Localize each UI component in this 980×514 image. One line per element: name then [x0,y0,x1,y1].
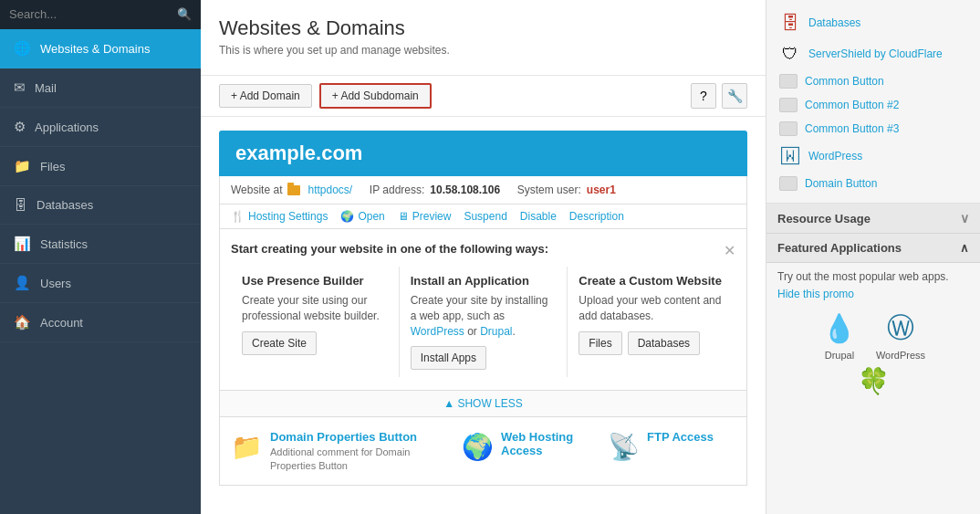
page-title: Websites & Domains [219,16,747,40]
show-less-bar[interactable]: ▲ SHOW LESS [219,391,747,417]
wordpress-right-link[interactable]: WordPress [808,150,862,163]
sidebar-item-label: Files [40,160,65,173]
sidebar-item-mail[interactable]: ✉ Mail [0,68,201,108]
files-icon: 📁 [14,158,31,174]
resource-usage-label: Resource Usage [777,212,871,226]
common-button2-item[interactable]: Common Button #2 [777,93,969,117]
sidebar-item-websites[interactable]: 🌐 Websites & Domains [0,29,201,68]
more-apps[interactable]: 🍀 [777,366,969,396]
install-apps-button[interactable]: Install Apps [411,346,486,370]
common-button3-link[interactable]: Common Button #3 [805,122,899,135]
domain-bottom: 📁 Domain Properties Button Additional co… [219,417,747,486]
wordpress-link[interactable]: WordPress [411,325,464,338]
presence-builder-desc: Create your site using our professional … [242,293,388,324]
common-button2-icon [779,98,798,112]
presence-builder-option: Use Presence Builder Create your site us… [231,267,400,377]
databases-button[interactable]: Databases [628,331,700,355]
create-site-button[interactable]: Create Site [242,331,317,355]
databases-icon: 🗄 [14,197,27,213]
sidebar-item-label: Account [40,316,83,330]
sidebar-item-account[interactable]: 🏠 Account [0,303,201,342]
servershield-icon: 🛡 [779,43,801,65]
drupal-app[interactable]: 💧 Drupal [821,309,858,361]
close-button[interactable]: ✕ [724,242,735,259]
install-app-option: Install an Application Create your site … [400,267,568,377]
mail-icon: ✉ [14,79,26,96]
sidebar: 🔍 🌐 Websites & Domains ✉ Mail ⚙ Applicat… [0,0,201,514]
domain-properties-link[interactable]: Domain Properties Button [270,430,417,444]
system-user-label: System user: [517,184,581,196]
drupal-label: Drupal [825,350,854,361]
wordpress-app-icon: Ⓦ [882,309,919,346]
ftp-text: FTP Access [647,430,714,444]
sidebar-item-label: Mail [35,81,57,95]
web-hosting-link[interactable]: Web Hosting Access [501,430,573,457]
web-hosting-text: Web Hosting Access [501,430,589,457]
databases-right-item[interactable]: 🗄 Databases [777,7,969,38]
domain-button-icon [779,176,798,191]
databases-right-link[interactable]: Databases [808,16,860,29]
wordpress-app[interactable]: Ⓦ WordPress [876,309,925,361]
domain-button-link[interactable]: Domain Button [805,177,877,190]
files-button[interactable]: Files [579,331,621,355]
help-icon[interactable]: ? [691,83,716,109]
domain-button-item[interactable]: Domain Button [777,172,969,195]
drupal-icon: 💧 [821,309,858,346]
featured-apps-header[interactable]: Featured Applications ∧ [766,234,980,263]
right-panel: 🗄 Databases 🛡 ServerShield by CloudFlare… [766,0,980,514]
preview-link[interactable]: 🖥 Preview [398,210,452,223]
domain-properties-text: Domain Properties Button Additional comm… [270,430,443,472]
add-subdomain-button[interactable]: + Add Subdomain [319,83,432,109]
users-icon: 👤 [14,275,31,291]
sidebar-item-databases[interactable]: 🗄 Databases [0,186,201,225]
search-box[interactable]: 🔍 [0,0,201,29]
featured-content: Try out the most popular web apps. Hide … [766,263,980,404]
settings-icon[interactable]: 🔧 [722,83,747,109]
disable-link[interactable]: Disable [520,210,557,223]
domain-name[interactable]: example.com [219,131,747,176]
install-app-desc: Create your site by installing a web app… [411,293,557,339]
web-hosting-icon: 🌍 [462,432,494,462]
common-button-link[interactable]: Common Button [805,75,884,88]
resource-usage-chevron: ∨ [960,211,969,226]
ftp-item: 📡 FTP Access [608,430,735,462]
featured-promo-text: Try out the most popular web apps. [777,270,969,283]
quick-access-section: 🗄 Databases 🛡 ServerShield by CloudFlare… [766,0,980,204]
sidebar-item-applications[interactable]: ⚙ Applications [0,108,201,147]
open-link[interactable]: 🌍 Open [340,210,384,223]
sidebar-item-files[interactable]: 📁 Files [0,147,201,186]
page-subtitle: This is where you set up and manage webs… [219,44,747,57]
sidebar-item-statistics[interactable]: 📊 Statistics [0,225,201,264]
account-icon: 🏠 [14,314,31,330]
description-link[interactable]: Description [569,210,624,223]
add-domain-button[interactable]: + Add Domain [219,84,312,108]
system-user-value: user1 [587,184,616,196]
common-button-item[interactable]: Common Button [777,69,969,93]
search-input[interactable] [9,7,155,21]
common-button-icon [779,74,798,89]
search-icon: 🔍 [177,7,192,21]
website-path-link[interactable]: httpdocs/ [308,184,352,196]
suspend-link[interactable]: Suspend [464,210,506,223]
drupal-link[interactable]: Drupal [480,325,512,338]
servershield-link[interactable]: ServerShield by CloudFlare [808,47,943,60]
custom-website-option: Create a Custom Website Upload your web … [568,267,735,377]
domain-section: example.com Website at httpdocs/ IP addr… [201,117,766,499]
hide-promo-link[interactable]: Hide this promo [777,288,854,300]
toolbar: + Add Domain + Add Subdomain ? 🔧 [201,76,766,117]
sidebar-item-label: Websites & Domains [40,42,150,56]
ftp-link[interactable]: FTP Access [647,430,714,444]
hosting-settings-link[interactable]: 🍴 Hosting Settings [231,210,328,223]
common-button3-icon [779,121,798,136]
sidebar-item-users[interactable]: 👤 Users [0,264,201,303]
common-button2-link[interactable]: Common Button #2 [805,99,899,111]
web-hosting-item: 🌍 Web Hosting Access [462,430,589,462]
custom-website-title: Create a Custom Website [579,274,725,288]
sidebar-item-label: Users [40,277,71,290]
wordpress-right-item[interactable]: 🅆 WordPress [777,141,969,172]
domain-properties-desc: Additional comment for Domain Properties… [270,446,443,472]
servershield-item[interactable]: 🛡 ServerShield by CloudFlare [777,38,969,69]
common-button3-item[interactable]: Common Button #3 [777,117,969,141]
resource-usage-header[interactable]: Resource Usage ∨ [766,204,980,234]
folder-icon-small [287,184,302,196]
